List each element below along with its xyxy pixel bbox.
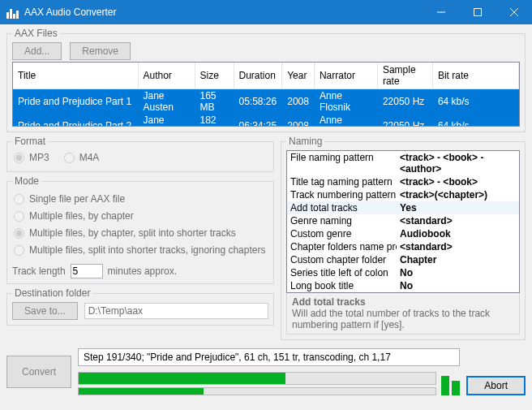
level-meters <box>441 371 460 395</box>
naming-row[interactable]: File naming pattern<track> - <book> - <a… <box>287 151 519 175</box>
track-length-label: Track length <box>12 265 66 277</box>
table-header-row: Title Author Size Duration Year Narrator… <box>13 63 519 89</box>
format-m4a[interactable]: M4A <box>64 152 100 163</box>
col-title[interactable]: Title <box>13 63 138 89</box>
naming-help-body: Will add the total number of tracks to t… <box>292 308 490 330</box>
col-narrator[interactable]: Narrator <box>314 63 377 89</box>
naming-help-title: Add total tracks <box>292 296 366 308</box>
col-year[interactable]: Year <box>282 63 315 89</box>
col-duration[interactable]: Duration <box>234 63 282 89</box>
remove-button[interactable]: Remove <box>70 42 131 60</box>
col-bitrate[interactable]: Bit rate <box>432 63 518 89</box>
destination-path-input[interactable] <box>84 303 268 319</box>
maximize-button[interactable] <box>459 0 496 24</box>
naming-row[interactable]: Custom genreAudiobook <box>287 227 519 240</box>
naming-row[interactable]: Long book titleNo <box>287 279 519 292</box>
col-samplerate[interactable]: Sample rate <box>377 63 432 89</box>
title-bar: AAX Audio Converter <box>0 0 532 24</box>
format-group: Format MP3 M4A <box>6 136 274 172</box>
col-size[interactable]: Size <box>195 63 234 89</box>
naming-legend: Naming <box>286 136 324 147</box>
app-icon <box>6 6 19 19</box>
progress-bar-step <box>78 387 436 395</box>
minutes-approx-label: minutes approx. <box>108 265 177 277</box>
minimize-button[interactable] <box>423 0 459 24</box>
track-length-input[interactable] <box>71 264 103 278</box>
aax-files-legend: AAX Files <box>12 28 60 39</box>
naming-row[interactable]: Add total tracksYes <box>287 201 519 214</box>
naming-row[interactable]: Custom chapter folderChapter <box>287 253 519 266</box>
destination-legend: Destination folder <box>12 287 92 299</box>
table-row[interactable]: Pride and Prejudice Part 1Jane Austen165… <box>13 89 519 114</box>
naming-group: Naming File naming pattern<track> - <boo… <box>281 136 526 340</box>
close-button[interactable] <box>496 0 532 24</box>
status-text: Step 191/340; "Pride and Prejudice", 61 … <box>78 348 460 366</box>
convert-button[interactable]: Convert <box>6 356 71 388</box>
aax-files-group: AAX Files Add... Remove Title Author Siz… <box>6 28 526 132</box>
files-table[interactable]: Title Author Size Duration Year Narrator… <box>12 62 520 127</box>
abort-button[interactable]: Abort <box>466 376 526 395</box>
mode-legend: Mode <box>12 175 41 187</box>
naming-help-box: Add total tracks Will add the total numb… <box>286 293 520 334</box>
mode-group: Mode Single file per AAX file Multiple f… <box>6 175 274 284</box>
svg-rect-1 <box>474 9 481 16</box>
table-row[interactable]: Pride and Prejudice Part 2Jane Austen182… <box>13 114 519 127</box>
destination-group: Destination folder Save to... <box>6 287 274 326</box>
mode-single[interactable]: Single file per AAX file <box>14 193 267 205</box>
mode-split-ignore[interactable]: Multiple files, split into shorter track… <box>14 244 267 256</box>
naming-row[interactable]: Chapter folders name prefix<standard> <box>287 240 519 253</box>
progress-bar-overall <box>78 372 436 385</box>
naming-row[interactable]: Title tag naming pattern<track> - <book> <box>287 175 519 188</box>
format-mp3[interactable]: MP3 <box>14 152 49 163</box>
format-legend: Format <box>12 136 48 147</box>
col-author[interactable]: Author <box>138 63 195 89</box>
naming-row[interactable]: Series title left of colonNo <box>287 266 519 279</box>
naming-row[interactable]: Track numbering pattern<track>(<chapter>… <box>287 188 519 201</box>
window-title: AAX Audio Converter <box>24 6 423 18</box>
naming-row[interactable]: Genre naming<standard> <box>287 214 519 227</box>
add-button[interactable]: Add... <box>12 42 62 60</box>
save-to-button[interactable]: Save to... <box>12 302 78 320</box>
mode-by-chapter[interactable]: Multiple files, by chapter <box>14 210 267 222</box>
naming-grid[interactable]: File naming pattern<track> - <book> - <a… <box>286 150 520 293</box>
mode-by-chapter-split[interactable]: Multiple files, by chapter, split into s… <box>14 227 267 239</box>
